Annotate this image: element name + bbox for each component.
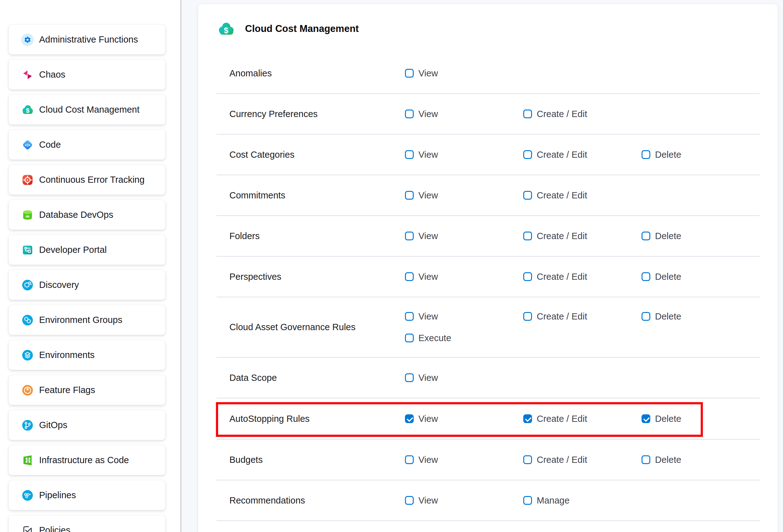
permission-option-view: View (405, 272, 523, 282)
svg-text:$: $ (224, 26, 228, 35)
sidebar-item-chaos[interactable]: Chaos (9, 60, 165, 90)
folders-create-edit-checkbox[interactable] (523, 231, 532, 240)
pipeline-icon (21, 489, 34, 502)
permission-options: ViewCreate / EditDelete (405, 272, 760, 282)
cloud-asset-governance-rules-delete-checkbox[interactable] (641, 312, 650, 321)
cost-categories-view-checkbox[interactable] (405, 150, 414, 159)
permission-label: View (418, 373, 438, 383)
sidebar-item-label: Developer Portal (39, 245, 107, 255)
permission-options: View (405, 373, 760, 383)
sidebar-item-developer-portal[interactable]: Developer Portal (9, 235, 165, 265)
budgets-view-checkbox[interactable] (405, 455, 414, 464)
budgets-create-edit-checkbox[interactable] (523, 455, 532, 464)
checkbox-check-icon (21, 524, 34, 532)
sidebar-item-database-devops[interactable]: ∞Database DevOps (9, 200, 165, 230)
cloud-asset-governance-rules-create-edit-checkbox[interactable] (523, 312, 532, 321)
permission-label: Create / Edit (537, 311, 587, 322)
permission-option-create-edit: Create / Edit (523, 272, 641, 282)
perspectives-delete-checkbox[interactable] (641, 272, 650, 281)
commitments-create-edit-checkbox[interactable] (523, 191, 532, 200)
resource-label: Anomalies (229, 68, 405, 79)
permission-option-manage: Manage (523, 495, 641, 506)
cloud-asset-governance-rules-view-checkbox[interactable] (405, 312, 414, 321)
commitments-view-checkbox[interactable] (405, 191, 414, 200)
autostopping-rules-delete-checkbox[interactable] (641, 414, 650, 423)
permission-option-create-edit: Create / Edit (523, 231, 641, 241)
sidebar-item-label: Database DevOps (39, 210, 113, 220)
cost-categories-delete-checkbox[interactable] (641, 150, 650, 159)
folders-view-checkbox[interactable] (405, 231, 414, 240)
permission-option-delete: Delete (641, 231, 760, 241)
resource-label: Cost Categories (229, 150, 405, 160)
data-scope-view-checkbox[interactable] (405, 373, 414, 382)
permission-label: Manage (537, 495, 570, 506)
permission-option-delete: Delete (641, 272, 760, 282)
permission-label: Create / Edit (537, 109, 587, 119)
permission-label: View (418, 150, 438, 160)
permission-option-create-edit: Create / Edit (523, 190, 641, 200)
anomalies-view-checkbox[interactable] (405, 69, 414, 77)
gear-icon (21, 33, 34, 46)
hexagon-search-icon (21, 279, 34, 291)
git-branch-icon (21, 419, 34, 432)
sidebar-item-pipelines[interactable]: Pipelines (9, 480, 165, 510)
budgets-delete-checkbox[interactable] (641, 455, 650, 464)
sidebar-item-gitops[interactable]: GitOps (9, 410, 165, 440)
sidebar-item-discovery[interactable]: Discovery (9, 270, 165, 300)
permission-options: ViewCreate / EditDelete (405, 455, 760, 465)
permission-label: Create / Edit (537, 455, 587, 465)
sidebar-item-label: Environments (39, 350, 95, 360)
sidebar-item-environment-groups[interactable]: Environment Groups (9, 305, 165, 335)
sidebar-item-label: Chaos (39, 69, 65, 80)
sidebar-item-cloud-cost-management[interactable]: $Cloud Cost Management (9, 95, 165, 125)
permission-option-view: View (405, 373, 523, 383)
permissions-panel: $ Cloud Cost Management AnomaliesViewCur… (181, 0, 783, 532)
sidebar-item-administrative-functions[interactable]: Administrative Functions (9, 25, 165, 55)
sidebar-item-label: Code (39, 139, 61, 150)
cube-icon (21, 349, 34, 362)
resource-label: Cloud Asset Governance Rules (229, 322, 405, 332)
permission-label: Create / Edit (537, 190, 587, 200)
permission-option-delete: Delete (641, 150, 760, 160)
permission-row-budgets: BudgetsViewCreate / EditDelete (217, 440, 760, 480)
permission-option-view: View (405, 109, 523, 119)
perspectives-view-checkbox[interactable] (405, 272, 414, 281)
autostopping-rules-create-edit-checkbox[interactable] (523, 414, 532, 423)
permission-option-view: View (405, 150, 523, 160)
sidebar-item-infrastructure-as-code[interactable]: Infrastructure as Code (9, 445, 165, 475)
resource-label: Data Scope (229, 373, 405, 383)
recommendations-view-checkbox[interactable] (405, 496, 414, 505)
permission-label: View (418, 68, 438, 79)
permission-label: View (418, 231, 438, 241)
permission-row-data-scope: Data ScopeView (217, 358, 760, 398)
sidebar-item-policies[interactable]: Policies (9, 515, 165, 532)
permission-option-view: View (405, 414, 523, 424)
recommendations-manage-checkbox[interactable] (523, 496, 532, 505)
permission-label: Delete (655, 150, 681, 160)
perspectives-create-edit-checkbox[interactable] (523, 272, 532, 281)
sidebar-item-label: Environment Groups (39, 315, 122, 325)
cost-categories-create-edit-checkbox[interactable] (523, 150, 532, 159)
permission-options: ViewCreate / EditDelete (405, 231, 760, 241)
svg-text:$: $ (26, 107, 29, 114)
modules-sidebar: Administrative FunctionsChaos$Cloud Cost… (0, 0, 181, 532)
resource-label: Budgets (229, 455, 405, 465)
sidebar-item-environments[interactable]: Environments (9, 340, 165, 370)
sidebar-item-label: Pipelines (39, 490, 76, 500)
sidebar-item-code[interactable]: </>Code (9, 130, 165, 160)
permission-label: View (418, 190, 438, 200)
sidebar-item-feature-flags[interactable]: Feature Flags (9, 375, 165, 405)
permission-row-currency-preferences: Currency PreferencesViewCreate / Edit (217, 94, 760, 134)
autostopping-rules-view-checkbox[interactable] (405, 414, 414, 423)
resource-label: Currency Preferences (229, 109, 405, 119)
folders-delete-checkbox[interactable] (641, 231, 650, 240)
permission-option-delete: Delete (641, 455, 760, 465)
permission-rows: AnomaliesViewCurrency PreferencesViewCre… (217, 53, 760, 521)
flag-icon (21, 384, 34, 397)
currency-preferences-view-checkbox[interactable] (405, 109, 414, 118)
sidebar-item-continuous-error-tracking[interactable]: Continuous Error Tracking (9, 165, 165, 195)
cloud-asset-governance-rules-execute-checkbox[interactable] (405, 334, 414, 342)
currency-preferences-create-edit-checkbox[interactable] (523, 109, 532, 118)
permission-option-view: View (405, 455, 523, 465)
chaos-icon (21, 68, 34, 81)
